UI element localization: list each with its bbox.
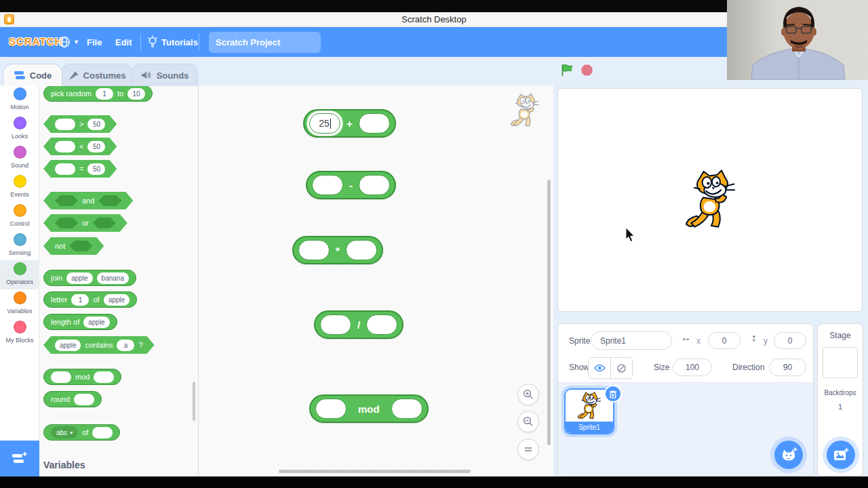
block-dropdown[interactable]: abs▾	[51, 426, 78, 439]
operator-symbol: +	[347, 118, 353, 129]
block-value-input[interactable]: 1	[71, 294, 89, 306]
canvas-block-divide[interactable]: /	[314, 310, 403, 339]
block-value-input[interactable]: 50	[87, 163, 105, 175]
block-boolean-slot[interactable]	[93, 218, 116, 228]
project-name-input[interactable]	[209, 32, 321, 53]
palette-block[interactable]: round	[43, 391, 102, 407]
chevron-down-icon[interactable]: ▼	[73, 39, 79, 45]
palette-scrollbar[interactable]	[193, 382, 195, 421]
palette-block[interactable]: joinapplebanana	[43, 270, 136, 286]
palette-block[interactable]: applecontainsa?	[43, 336, 155, 354]
block-value-input[interactable]: apple	[55, 340, 81, 351]
category-variables[interactable]: Variables	[0, 289, 39, 319]
hide-sprite-button[interactable]	[610, 358, 632, 378]
canvas-horizontal-scrollbar[interactable]	[279, 470, 471, 473]
delete-sprite-button[interactable]	[604, 385, 622, 403]
category-sensing[interactable]: Sensing	[0, 231, 39, 260]
canvas-block-multiply[interactable]: *	[292, 236, 383, 264]
block-value-input[interactable]: a	[117, 340, 134, 351]
category-motion[interactable]: Motion	[0, 85, 39, 115]
block-empty-slot[interactable]	[55, 163, 75, 175]
palette-block[interactable]: abs▾of	[43, 424, 120, 441]
canvas-block-mod[interactable]: mod	[309, 394, 429, 423]
canvas-block-empty-slot[interactable]	[346, 240, 377, 260]
sprite-info-panel: Sprite Sprite1 ↔ x 0 ↕ y 0 Show	[558, 324, 813, 383]
stage-selector-panel[interactable]: Stage Backdrops 1	[817, 323, 863, 476]
canvas-block-empty-slot[interactable]	[320, 314, 351, 335]
block-empty-slot[interactable]	[55, 141, 75, 152]
operator-symbol: mod	[353, 403, 385, 415]
block-boolean-slot[interactable]	[55, 218, 78, 228]
canvas-block-empty-slot[interactable]	[312, 175, 343, 195]
category-events[interactable]: Events	[0, 173, 39, 202]
canvas-vertical-scrollbar[interactable]	[547, 180, 551, 445]
sprite-name-input[interactable]: Sprite1	[591, 331, 672, 350]
block-value-input[interactable]: apple	[66, 272, 92, 284]
block-empty-slot[interactable]	[55, 119, 75, 130]
category-operators[interactable]: Operators	[0, 260, 39, 289]
canvas-block-empty-slot[interactable]	[366, 314, 397, 335]
block-value-input[interactable]: banana	[97, 272, 129, 284]
canvas-block-empty-slot[interactable]	[391, 399, 422, 419]
menu-tutorials[interactable]: Tutorials	[161, 37, 198, 47]
stage-sprite-cat[interactable]	[684, 169, 738, 234]
palette-block[interactable]: =50	[43, 160, 117, 178]
block-value-input[interactable]: apple	[83, 317, 109, 328]
stop-button[interactable]	[580, 63, 593, 77]
direction-input[interactable]: 90	[769, 359, 806, 376]
block-empty-slot[interactable]	[51, 371, 71, 383]
canvas-block-empty-slot[interactable]	[315, 399, 347, 419]
block-value-input[interactable]: apple	[104, 294, 130, 306]
zoom-reset-button[interactable]	[517, 439, 539, 460]
palette-block[interactable]: <50	[43, 138, 117, 155]
canvas-block-subtract[interactable]: -	[306, 171, 396, 199]
add-sprite-button[interactable]	[774, 441, 803, 469]
block-value-input[interactable]: 50	[87, 141, 105, 152]
zoom-in-button[interactable]	[517, 384, 539, 405]
menu-file[interactable]: File	[87, 37, 102, 47]
canvas-block-value-input[interactable]: 25	[309, 113, 340, 134]
canvas-block-empty-slot[interactable]	[359, 113, 390, 134]
block-boolean-slot[interactable]	[98, 195, 121, 206]
block-empty-slot[interactable]	[74, 394, 94, 405]
palette-block[interactable]: not	[43, 237, 104, 255]
y-position-input[interactable]: 0	[774, 332, 806, 349]
x-position-input[interactable]: 0	[708, 332, 741, 349]
block-empty-slot[interactable]	[94, 371, 114, 383]
block-boolean-slot[interactable]	[69, 241, 92, 251]
menu-edit[interactable]: Edit	[115, 37, 132, 47]
canvas-block-empty-slot[interactable]	[359, 175, 390, 195]
add-backdrop-button[interactable]	[827, 441, 855, 469]
show-sprite-button[interactable]	[589, 358, 610, 378]
category-my-blocks[interactable]: My Blocks	[0, 319, 39, 348]
size-input[interactable]: 100	[673, 359, 712, 376]
tab-sounds[interactable]: Sounds	[132, 64, 198, 86]
zoom-out-button[interactable]	[517, 411, 539, 432]
palette-block[interactable]: >50	[43, 115, 117, 133]
palette-block[interactable]: letter1ofapple	[43, 291, 137, 308]
palette-block[interactable]: length ofapple	[43, 314, 117, 330]
canvas-block-empty-slot[interactable]	[298, 240, 330, 260]
green-flag-button[interactable]	[560, 63, 574, 77]
tab-code[interactable]: Code	[3, 64, 62, 86]
palette-block[interactable]: pick random1to10	[43, 86, 153, 102]
block-value-input[interactable]: 50	[87, 119, 105, 130]
backdrop-thumbnail[interactable]	[823, 347, 858, 378]
palette-block[interactable]: mod	[43, 369, 121, 385]
block-value-input[interactable]: 1	[96, 88, 113, 100]
tab-costumes[interactable]: Costumes	[61, 64, 133, 86]
block-empty-slot[interactable]	[92, 427, 113, 439]
block-boolean-slot[interactable]	[55, 195, 78, 206]
add-extension-button[interactable]	[0, 441, 39, 476]
code-canvas[interactable]: 25+-*/mod	[198, 86, 553, 476]
lightbulb-icon[interactable]	[146, 35, 159, 49]
scratch-logo[interactable]: SCRATCH	[9, 35, 62, 47]
palette-block[interactable]: and	[43, 192, 133, 209]
block-value-input[interactable]: 10	[127, 88, 145, 100]
category-looks[interactable]: Looks	[0, 115, 39, 144]
category-control[interactable]: Control	[0, 202, 39, 231]
globe-icon[interactable]	[58, 36, 72, 48]
canvas-block-add[interactable]: 25+	[303, 109, 396, 138]
palette-block[interactable]: or	[43, 214, 127, 232]
category-sound[interactable]: Sound	[0, 144, 39, 173]
